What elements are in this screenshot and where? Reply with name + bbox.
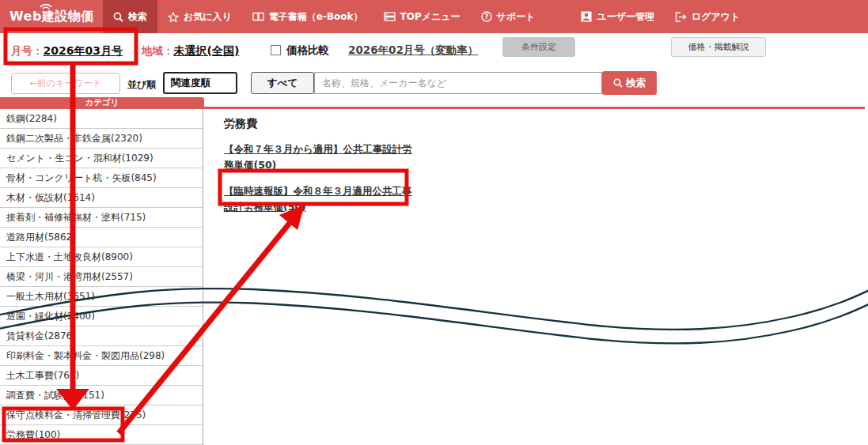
search-button[interactable]: 検索	[602, 71, 657, 95]
nav-item-search[interactable]: 検索	[103, 0, 157, 33]
nav-item-label: サポート	[497, 10, 536, 24]
nav-item-label: 検索	[128, 10, 147, 24]
help-icon: ?	[481, 11, 492, 22]
nav-item-label: 電子書籍（e-Book）	[269, 10, 363, 24]
category-sidebar: 鉄鋼(2284) 鉄鋼二次製品・非鉄金属(2320) セメント・生コン・混和材(…	[0, 109, 203, 445]
star-icon	[168, 12, 179, 22]
labor-rate-link-reiwa8-flash[interactable]: 【臨時速報版】令和８年３月適用公共工事設計労務単価(50)	[224, 183, 414, 215]
sidebar-item-bridge-river[interactable]: 橋梁・河川・港湾用材(2557)	[0, 267, 203, 287]
labor-rate-link-reiwa7[interactable]: 【令和７年３月から適用】公共工事設計労務単価(50)	[224, 141, 414, 173]
search-row: ←前のキーワード 並び順 関連度順 すべて 検索	[0, 71, 868, 97]
top-nav: Web建設物価 検索 お気に入り 電子書籍（e-Book）	[0, 0, 868, 33]
sidebar-item-steel[interactable]: 鉄鋼(2284)	[0, 109, 203, 129]
region-value-link[interactable]: 未選択(全国)	[174, 44, 240, 57]
nav-item-top-menu[interactable]: TOPメニュー	[373, 0, 471, 33]
previous-keyword-button[interactable]: ←前のキーワード	[11, 73, 120, 94]
nav-item-favorites[interactable]: お気に入り	[157, 0, 242, 33]
nav-item-label: ユーザー管理	[597, 10, 654, 24]
sort-order-label: 並び順	[127, 78, 156, 92]
logout-icon	[675, 12, 687, 22]
price-compare-checkbox[interactable]	[271, 45, 281, 55]
sidebar-item-maintenance-fee[interactable]: 保守点検料金・清掃管理費(275)	[0, 405, 203, 425]
nav-item-user-management[interactable]: ユーザー管理	[570, 0, 665, 33]
sort-order-select[interactable]: 関連度順	[163, 72, 237, 94]
sidebar-item-adhesive[interactable]: 接着剤・補修補強材・塗料(715)	[0, 208, 203, 228]
nav-item-logout[interactable]: ログアウト	[665, 0, 750, 33]
issue-value-link[interactable]: 2026年03月号	[44, 44, 123, 57]
nav-item-label: ログアウト	[692, 10, 740, 24]
sidebar-item-rental-fee[interactable]: 賃貸料金(2876)	[0, 326, 203, 346]
condition-settings-button[interactable]: 条件設定	[502, 37, 575, 57]
sidebar-item-secondary-steel[interactable]: 鉄鋼二次製品・非鉄金属(2320)	[0, 129, 203, 149]
nav-item-label: TOPメニュー	[400, 10, 461, 24]
nav-item-label: お気に入り	[184, 10, 232, 24]
region-label: 地域：	[142, 44, 174, 57]
svg-text:?: ?	[484, 13, 488, 21]
sidebar-item-wood[interactable]: 木材・仮設材(1614)	[0, 188, 203, 208]
book-icon	[252, 12, 264, 21]
wifi-icon	[39, 2, 53, 10]
nav-item-support[interactable]: ? サポート	[471, 0, 546, 33]
sidebar-item-general-civil[interactable]: 一般土木用材(3651)	[0, 287, 203, 307]
issue-selector: 月号：2026年03月号	[11, 43, 123, 58]
toolbar: 月号：2026年03月号 地域：未選択(全国) 価格比較 2026年02月号（変…	[0, 33, 868, 68]
sidebar-item-civil-work-cost[interactable]: 土木工事費(760)	[0, 366, 203, 386]
scope-all-button[interactable]: すべて	[251, 72, 314, 94]
search-button-label: 検索	[626, 77, 646, 90]
issue-label: 月号：	[11, 44, 44, 57]
sidebar-item-survey-test-fee[interactable]: 調査費・試験費(1151)	[0, 386, 203, 405]
user-icon	[581, 11, 592, 22]
top-menu-icon	[384, 12, 396, 21]
sidebar-item-printing-fee[interactable]: 印刷料金・製本料金・製図用品(298)	[0, 346, 203, 366]
sidebar-item-water-supply[interactable]: 上下水道・土地改良材(8900)	[0, 247, 203, 267]
price-explanation-button[interactable]: 価格・掲載解説	[671, 37, 766, 57]
sidebar-item-labor-cost[interactable]: 労務費(100)	[0, 425, 203, 445]
page-title: 労務費	[224, 117, 422, 131]
search-icon	[113, 12, 123, 22]
search-icon	[613, 78, 623, 88]
nav-item-ebook[interactable]: 電子書籍（e-Book）	[242, 0, 373, 33]
search-input[interactable]	[314, 72, 602, 94]
price-compare-label: 価格比較	[286, 43, 329, 58]
app-logo-text: Web建設物価	[9, 9, 94, 24]
sidebar-item-cement[interactable]: セメント・生コン・混和材(1029)	[0, 149, 203, 168]
main-content: 労務費 【令和７年３月から適用】公共工事設計労務単価(50) 【臨時速報版】令和…	[224, 117, 422, 215]
region-selector: 地域：未選択(全国)	[142, 43, 239, 58]
app-logo[interactable]: Web建設物価	[9, 9, 103, 25]
compare-issue-link[interactable]: 2026年02月号（変動率）	[348, 43, 478, 58]
sidebar-item-aggregate[interactable]: 骨材・コンクリート杭・矢板(845)	[0, 168, 203, 188]
sidebar-item-landscaping[interactable]: 造園・緑化材(2400)	[0, 307, 203, 326]
sidebar-item-road[interactable]: 道路用材(5862)	[0, 228, 203, 247]
app-window: Web建設物価 検索 お気に入り 電子書籍（e-Book）	[0, 0, 868, 445]
